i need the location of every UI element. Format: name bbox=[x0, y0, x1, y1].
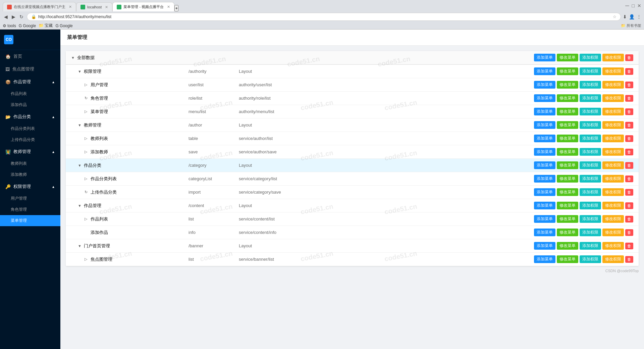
row-add-content-add-menu[interactable]: 添加菜单 bbox=[534, 229, 555, 236]
sidebar-sub-category-list[interactable]: 作品分类列表 bbox=[0, 123, 60, 134]
download-icon[interactable]: ⬇ bbox=[623, 14, 627, 19]
row-banner-parent-edit-menu[interactable]: 修改菜单 bbox=[557, 242, 578, 250]
row-teacher-parent-edit-perm[interactable]: 修改权限 bbox=[602, 121, 624, 129]
row-focus-map-edit-menu[interactable]: 修改菜单 bbox=[557, 255, 578, 263]
sidebar-sub-upload-category[interactable]: 上传作品分类 bbox=[0, 134, 60, 145]
expand-icon-menu[interactable]: ▷ bbox=[85, 109, 89, 114]
expand-icon-category-parent[interactable]: ▼ bbox=[78, 163, 83, 167]
row-banner-parent-edit-perm[interactable]: 修改权限 bbox=[602, 242, 624, 250]
expand-icon-content-list[interactable]: ▷ bbox=[85, 217, 89, 221]
new-tab-button[interactable]: + bbox=[174, 5, 178, 11]
row-auth-add-menu[interactable]: 添加菜单 bbox=[534, 67, 555, 75]
row-teacher-parent-edit-menu[interactable]: 修改菜单 bbox=[557, 121, 578, 129]
row-content-parent-add-perm[interactable]: 添加权限 bbox=[580, 202, 601, 209]
expand-icon-teacher-list[interactable]: ▷ bbox=[85, 136, 89, 141]
row-user-add-menu[interactable]: 添加菜单 bbox=[534, 81, 555, 89]
minimize-btn[interactable]: ─ bbox=[625, 3, 629, 9]
row-upload-category-edit-menu[interactable]: 修改菜单 bbox=[557, 188, 578, 196]
browser-tab-1[interactable]: 在线云课堂视频点播教学门户主 ✕ bbox=[3, 2, 76, 11]
sidebar-sub-works-list[interactable]: 作品列表 bbox=[0, 88, 60, 99]
row-add-teacher-add-perm[interactable]: 添加权限 bbox=[580, 148, 601, 156]
row-add-content-add-perm[interactable]: 添加权限 bbox=[580, 229, 601, 236]
row-content-parent-edit-perm[interactable]: 修改权限 bbox=[602, 202, 624, 209]
row-upload-category-add-perm[interactable]: 添加权限 bbox=[580, 188, 601, 196]
row-category-list-delete[interactable]: 🗑 bbox=[625, 176, 633, 182]
expand-icon-category-list[interactable]: ▷ bbox=[85, 177, 89, 181]
row-category-list-edit-perm[interactable]: 修改权限 bbox=[602, 175, 624, 183]
row-focus-map-delete[interactable]: 🗑 bbox=[625, 256, 633, 263]
forward-button[interactable]: ▶ bbox=[10, 13, 17, 20]
sidebar-item-works-category[interactable]: 📂 作品分类 ▲ bbox=[0, 110, 60, 123]
row-menu-delete[interactable]: 🗑 bbox=[625, 108, 633, 115]
back-button[interactable]: ◀ bbox=[3, 13, 9, 20]
expand-icon-focus-map[interactable]: ▷ bbox=[85, 257, 89, 261]
row-menu-add-menu[interactable]: 添加菜单 bbox=[534, 108, 555, 115]
toolbar-google1[interactable]: G Google bbox=[19, 23, 36, 28]
maximize-btn[interactable]: □ bbox=[632, 3, 635, 8]
row-role-add-perm[interactable]: 添加权限 bbox=[580, 94, 601, 102]
row-content-parent-delete[interactable]: 🗑 bbox=[625, 202, 633, 209]
sidebar-item-home[interactable]: 🏠 首页 bbox=[0, 50, 60, 63]
row-upload-category-edit-perm[interactable]: 修改权限 bbox=[602, 188, 624, 196]
row-content-list-edit-perm[interactable]: 修改权限 bbox=[602, 215, 624, 223]
row-teacher-list-add-perm[interactable]: 添加权限 bbox=[580, 135, 601, 142]
sidebar-sub-add-work[interactable]: 添加作品 bbox=[0, 99, 60, 110]
row-category-list-edit-menu[interactable]: 修改菜单 bbox=[557, 175, 578, 183]
row-content-list-edit-menu[interactable]: 修改菜单 bbox=[557, 215, 578, 223]
expand-icon-add-teacher[interactable]: ▷ bbox=[85, 150, 89, 154]
browser-tab-2[interactable]: localhost ✕ bbox=[76, 2, 112, 11]
row-category-parent-edit-menu[interactable]: 修改菜单 bbox=[557, 161, 578, 169]
row-teacher-list-add-menu[interactable]: 添加菜单 bbox=[534, 135, 555, 142]
row-auth-delete[interactable]: 🗑 bbox=[625, 68, 633, 75]
browser-tab-3[interactable]: 菜单管理 - 视频点播平台 ✕ bbox=[112, 2, 174, 11]
row-banner-parent-add-menu[interactable]: 添加菜单 bbox=[534, 242, 555, 250]
sidebar-sub-teacher-list[interactable]: 教师列表 bbox=[0, 158, 60, 169]
row-content-list-delete[interactable]: 🗑 bbox=[625, 216, 633, 222]
toolbar-google2[interactable]: G Google bbox=[55, 23, 72, 28]
profile-icon[interactable]: 👤 bbox=[629, 14, 635, 19]
row-root-edit-perm[interactable]: 修改权限 bbox=[602, 54, 624, 61]
row-user-add-perm[interactable]: 添加权限 bbox=[580, 81, 601, 89]
tab1-close[interactable]: ✕ bbox=[69, 5, 72, 9]
sidebar-sub-menu-mgmt[interactable]: 菜单管理 bbox=[0, 215, 60, 226]
row-category-parent-add-menu[interactable]: 添加菜单 bbox=[534, 161, 555, 169]
row-focus-map-edit-perm[interactable]: 修改权限 bbox=[602, 255, 624, 263]
sidebar-sub-add-teacher[interactable]: 添加教师 bbox=[0, 169, 60, 180]
row-menu-add-perm[interactable]: 添加权限 bbox=[580, 108, 601, 115]
row-teacher-list-delete[interactable]: 🗑 bbox=[625, 135, 633, 142]
row-add-content-delete[interactable]: 🗑 bbox=[625, 229, 633, 236]
row-add-teacher-edit-menu[interactable]: 修改菜单 bbox=[557, 148, 578, 156]
row-content-list-add-perm[interactable]: 添加权限 bbox=[580, 215, 601, 223]
row-root-add-perm[interactable]: 添加权限 bbox=[580, 54, 601, 61]
sidebar-sub-user-mgmt[interactable]: 用户管理 bbox=[0, 193, 60, 204]
close-btn[interactable]: ✕ bbox=[637, 3, 641, 8]
expand-icon-banner-parent[interactable]: ▼ bbox=[78, 244, 83, 248]
row-add-content-edit-menu[interactable]: 修改菜单 bbox=[557, 229, 578, 236]
bookmark-icon[interactable]: ☆ bbox=[613, 14, 616, 19]
sidebar-item-focus-map[interactable]: 🖼 焦点图管理 bbox=[0, 63, 60, 76]
expand-icon-user[interactable]: ▷ bbox=[85, 83, 89, 87]
sidebar-item-works-mgmt[interactable]: 📦 作品管理 ▲ bbox=[0, 76, 60, 88]
row-category-parent-edit-perm[interactable]: 修改权限 bbox=[602, 161, 624, 169]
sidebar-item-auth-mgmt[interactable]: 🔑 权限管理 ▲ bbox=[0, 180, 60, 193]
row-menu-edit-perm[interactable]: 修改权限 bbox=[602, 108, 624, 115]
row-user-delete[interactable]: 🗑 bbox=[625, 82, 633, 88]
row-root-edit-menu[interactable]: 修改菜单 bbox=[557, 54, 578, 61]
expand-icon-teacher-parent[interactable]: ▼ bbox=[78, 123, 83, 127]
menu-icon[interactable]: ⋮ bbox=[637, 14, 641, 19]
row-teacher-parent-delete[interactable]: 🗑 bbox=[625, 122, 633, 129]
row-category-parent-delete[interactable]: 🗑 bbox=[625, 162, 633, 169]
tab3-close[interactable]: ✕ bbox=[167, 5, 170, 9]
row-add-teacher-add-menu[interactable]: 添加菜单 bbox=[534, 148, 555, 156]
row-banner-parent-add-perm[interactable]: 添加权限 bbox=[580, 242, 601, 250]
reload-button[interactable]: ↻ bbox=[18, 13, 25, 20]
expand-icon-auth[interactable]: ▼ bbox=[78, 69, 83, 73]
row-auth-edit-menu[interactable]: 修改菜单 bbox=[557, 67, 578, 75]
row-banner-parent-delete[interactable]: 🗑 bbox=[625, 243, 633, 249]
row-menu-edit-menu[interactable]: 修改菜单 bbox=[557, 108, 578, 115]
expand-icon-role[interactable]: ↻ bbox=[85, 96, 89, 100]
row-category-list-add-menu[interactable]: 添加菜单 bbox=[534, 175, 555, 183]
tab2-close[interactable]: ✕ bbox=[105, 5, 108, 9]
row-role-add-menu[interactable]: 添加菜单 bbox=[534, 94, 555, 102]
url-box[interactable]: 🔒 http://localhost:9527/#/authority/menu… bbox=[27, 13, 621, 21]
